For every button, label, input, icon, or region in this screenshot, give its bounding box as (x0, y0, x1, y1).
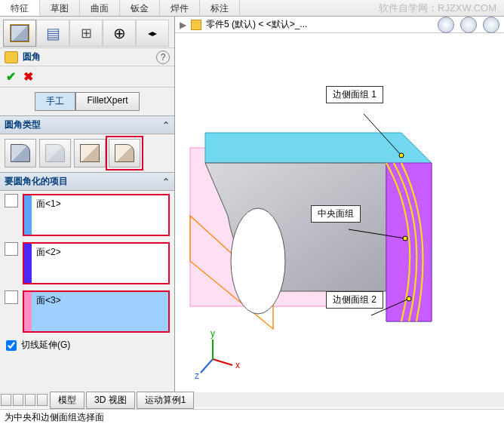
nav-next-icon[interactable] (25, 394, 35, 406)
faceset-2-list[interactable]: 面<2> (23, 242, 170, 284)
svg-text:z: z (195, 370, 199, 381)
svg-point-2 (399, 153, 404, 158)
pm-tab-datum[interactable]: ⊕ (103, 20, 136, 47)
feature-header: 圆角 ? (0, 48, 174, 66)
pm-tab-tree[interactable]: ⊞ (69, 20, 103, 47)
svg-point-4 (403, 236, 407, 241)
watermark-text: 软件自学网：RJZXW.COM (379, 2, 496, 15)
pm-tab-feature[interactable] (3, 20, 36, 47)
svg-point-6 (407, 296, 411, 301)
type-full-round[interactable] (109, 139, 140, 167)
fillet-icon (5, 51, 18, 63)
zoom-prev-icon[interactable] (483, 17, 499, 33)
faceset-1-item[interactable]: 面<1> (32, 195, 168, 235)
graphics-area[interactable]: ▶ 零件5 (默认) < <默认>_... (175, 17, 504, 407)
zoom-fit-icon[interactable] (438, 17, 454, 33)
svg-line-7 (213, 359, 232, 365)
confirm-row: ✔ ✖ (0, 66, 174, 88)
color-swatch-1 (24, 195, 32, 235)
face-icon (5, 242, 18, 256)
mode-switch: 手工 FilletXpert (0, 88, 174, 115)
pm-tabs: ▤ ⊞ ⊕ ◂▸ (0, 17, 174, 48)
cancel-button[interactable]: ✖ (23, 69, 33, 84)
tab-annotation[interactable]: 标注 (200, 0, 240, 16)
tab-weldment[interactable]: 焊件 (160, 0, 200, 16)
btab-motion[interactable]: 运动算例1 (137, 392, 195, 409)
tab-surface[interactable]: 曲面 (80, 0, 120, 16)
face-icon (5, 194, 18, 207)
type-variable[interactable] (39, 139, 71, 167)
mode-filletxpert[interactable]: FilletXpert (75, 92, 139, 111)
chevron-up-icon: ⌃ (162, 120, 170, 131)
status-bar: 为中央和边侧面组选择面 (0, 409, 504, 424)
mode-manual[interactable]: 手工 (35, 92, 75, 111)
svg-line-8 (201, 359, 213, 373)
faceset-3-item[interactable]: 面<3> (32, 292, 168, 331)
tab-sketch[interactable]: 草图 (40, 0, 80, 16)
callout-side1[interactable]: 边侧面组 1 (326, 86, 383, 103)
svg-text:x: x (235, 360, 240, 370)
color-swatch-2 (24, 244, 32, 283)
view-tools (438, 17, 499, 33)
feature-title: 圆角 (23, 51, 41, 63)
tangent-checkbox[interactable] (6, 340, 17, 351)
faceset-1-list[interactable]: 面<1> (23, 194, 170, 236)
pm-tab-design[interactable]: ▤ (36, 20, 69, 47)
nav-first-icon[interactable] (1, 394, 11, 406)
pm-tab-more[interactable]: ◂▸ (136, 20, 169, 47)
faceset-1-row: 面<1> (0, 191, 174, 239)
nav-prev-icon[interactable] (13, 394, 23, 406)
zoom-area-icon[interactable] (460, 17, 477, 33)
section-items[interactable]: 要圆角化的项目 ⌃ (0, 172, 174, 191)
tab-feature[interactable]: 特征 (0, 0, 40, 16)
faceset-3-row: 面<3> (0, 287, 174, 336)
tree-toggle-icon[interactable]: ▶ (180, 20, 186, 30)
svg-point-0 (231, 208, 285, 314)
help-icon[interactable]: ? (156, 51, 170, 64)
section-items-label: 要圆角化的项目 (5, 175, 68, 188)
tab-sheetmetal[interactable]: 钣金 (120, 0, 160, 16)
property-manager: ▤ ⊞ ⊕ ◂▸ 圆角 ? ✔ ✖ 手工 FilletXpert 圆角类型 ⌃ (0, 17, 175, 407)
callout-side2[interactable]: 边侧面组 2 (326, 291, 383, 309)
callout-center[interactable]: 中央面组 (311, 205, 361, 223)
nav-last-icon[interactable] (37, 394, 48, 406)
tangent-label: 切线延伸(G) (21, 339, 70, 352)
btab-model[interactable]: 模型 (50, 392, 85, 409)
tangent-row: 切线延伸(G) (0, 336, 174, 355)
section-fillet-type[interactable]: 圆角类型 ⌃ (0, 115, 174, 134)
type-face[interactable] (74, 139, 106, 167)
color-swatch-3 (24, 292, 32, 331)
part-icon (191, 20, 201, 30)
doc-name: 零件5 (默认) < <默认>_... (206, 18, 307, 31)
face-icon (5, 290, 18, 304)
chevron-up-icon: ⌃ (162, 177, 170, 187)
bottom-tabs: 模型 3D 视图 运动算例1 (0, 392, 504, 407)
faceset-2-row: 面<2> (0, 239, 174, 287)
faceset-2-item[interactable]: 面<2> (32, 244, 168, 283)
section-fillet-type-label: 圆角类型 (5, 118, 41, 131)
svg-text:y: y (211, 328, 215, 339)
fillet-type-options (0, 134, 174, 172)
faceset-3-list[interactable]: 面<3> (23, 290, 170, 333)
top-tabs: 特征 草图 曲面 钣金 焊件 标注 软件自学网：RJZXW.COM (0, 0, 504, 17)
btab-3dview[interactable]: 3D 视图 (86, 392, 135, 409)
ok-button[interactable]: ✔ (6, 69, 16, 84)
type-constant[interactable] (5, 139, 36, 167)
